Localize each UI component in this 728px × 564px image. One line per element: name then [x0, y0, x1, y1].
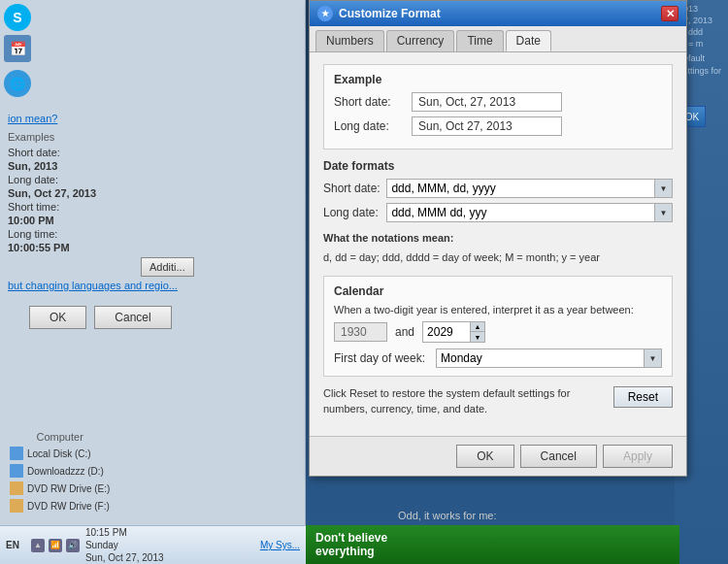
year-spinner-up[interactable]: ▲: [471, 322, 484, 332]
tray-icon-1: ▲: [31, 539, 45, 552]
computer-title: Computer: [8, 431, 112, 443]
tray-icon-3: 🔊: [66, 539, 80, 552]
first-day-label: First day of week:: [334, 351, 436, 365]
long-date-select[interactable]: ddd, MMM dd, yyy ▼: [386, 203, 673, 222]
format-long-date-label: Long date:: [323, 206, 386, 219]
format-short-date-row: Short date: ddd, MMM, dd, yyyy ▼: [323, 179, 673, 198]
and-text: and: [395, 325, 414, 339]
first-day-value: Monday: [437, 349, 644, 367]
close-button[interactable]: ✕: [661, 6, 678, 21]
dialog-title-left: ★ Customize Format: [317, 6, 441, 21]
drive-c-icon: [10, 447, 23, 460]
example-short-date-row: Short date: Sun, Oct, 27, 2013: [334, 92, 662, 112]
behind-short-date-val: Sun, 2013: [8, 160, 299, 172]
cancel-button[interactable]: Cancel: [520, 445, 597, 468]
tab-currency[interactable]: Currency: [386, 30, 455, 51]
customize-format-dialog: ★ Customize Format ✕ Numbers Currency Ti…: [309, 0, 687, 477]
behind-short-date-row: Short date:: [8, 147, 299, 158]
drive-item-d[interactable]: Downloadzzz (D:): [8, 463, 112, 479]
example-title: Example: [334, 73, 662, 86]
dialog-icon: ★: [317, 6, 333, 21]
long-date-select-value: ddd, MMM dd, yyy: [387, 204, 654, 221]
apply-button[interactable]: Apply: [603, 445, 673, 468]
tray-icon-2: 📶: [49, 539, 62, 552]
taskbar-locale: EN: [6, 540, 19, 550]
skype-icon[interactable]: S: [4, 4, 31, 31]
taskbar-time: 10:15 PM: [85, 526, 164, 539]
formats-title: Date formats: [323, 159, 673, 173]
reset-bar: Click Reset to restore the system defaul…: [323, 386, 673, 416]
dialog-footer: OK Cancel Apply: [310, 436, 686, 476]
notations-title: What the notations mean:: [323, 230, 673, 248]
behind-short-date-label: Short date:: [8, 147, 60, 158]
drive-e-icon: [10, 481, 23, 495]
bottom-green-bar: Don't believe everything: [306, 525, 679, 564]
dont-believe-text: Don't believe: [315, 531, 387, 545]
short-date-select[interactable]: ddd, MMM, dd, yyyy ▼: [386, 179, 673, 198]
additi-button[interactable]: Additi...: [141, 257, 194, 277]
behind-short-time-row: Short time:: [8, 201, 299, 213]
calendar-title: Calendar: [334, 284, 662, 298]
dialog-titlebar: ★ Customize Format ✕: [310, 1, 686, 26]
calendar-desc: When a two-digit year is entered, interp…: [334, 304, 662, 315]
tab-date[interactable]: Date: [506, 30, 551, 51]
behind-long-date-label: Long date:: [8, 174, 58, 185]
left-cancel-button[interactable]: Cancel: [94, 306, 171, 329]
ion-mean-link[interactable]: ion mean?: [8, 112, 57, 125]
left-panel: S 📅 🌐 ion mean? Examples Short date: Sun…: [0, 0, 306, 564]
everything-text: everything: [315, 545, 387, 558]
notations-section: What the notations mean: d, dd = day; dd…: [323, 230, 673, 266]
year-range-row: and ▲ ▼: [334, 321, 662, 343]
first-day-dropdown-arrow[interactable]: ▼: [644, 349, 661, 367]
reset-button[interactable]: Reset: [613, 386, 673, 408]
behind-short-time-val: 10:00 PM: [8, 215, 299, 226]
calendar-section: Calendar When a two-digit year is entere…: [323, 276, 673, 377]
computer-section: Computer Local Disk (C:) Downloadzzz (D:…: [8, 431, 112, 515]
year-spinner-down[interactable]: ▼: [471, 332, 484, 342]
dont-believe-area: Don't believe everything: [315, 531, 387, 558]
notations-text: d, dd = day; ddd, dddd = day of week; M …: [323, 249, 673, 267]
behind-long-time-val: 10:00:55 PM: [8, 242, 299, 253]
year-from-input[interactable]: [334, 322, 387, 342]
tab-numbers[interactable]: Numbers: [315, 30, 384, 51]
behind-examples-title: Examples: [8, 131, 299, 143]
drive-item-f[interactable]: DVD RW Drive (F:): [8, 498, 112, 514]
drive-f-icon: [10, 499, 23, 513]
taskbar-date: Sun, Oct 27, 2013: [85, 551, 164, 564]
dialog-title: Customize Format: [339, 7, 441, 20]
first-day-select[interactable]: Monday ▼: [436, 348, 662, 368]
drive-item-c[interactable]: Local Disk (C:): [8, 446, 112, 461]
year-to-spinner-group: ▲ ▼: [422, 321, 485, 343]
long-date-dropdown-arrow[interactable]: ▼: [654, 204, 672, 221]
behind-long-time-row: Long time:: [8, 228, 299, 240]
year-spinner: ▲ ▼: [471, 321, 485, 343]
my-sys-link[interactable]: My Sys...: [260, 540, 300, 550]
year-to-input[interactable]: [422, 321, 471, 343]
reset-info-text: Click Reset to restore the system defaul…: [323, 386, 606, 416]
dialog-body: Example Short date: Sun, Oct, 27, 2013 L…: [310, 52, 686, 436]
taskbar-icons: ▲ 📶 🔊: [31, 539, 80, 552]
taskbar-day: Sunday: [85, 539, 164, 551]
drive-item-e[interactable]: DVD RW Drive (E:): [8, 481, 112, 496]
example-short-date-label: Short date:: [334, 95, 412, 109]
tab-bar: Numbers Currency Time Date: [310, 26, 686, 52]
behind-long-date-val: Sun, Oct 27, 2013: [8, 187, 299, 199]
format-long-date-row: Long date: ddd, MMM dd, yyy ▼: [323, 203, 673, 222]
taskbar: EN ▲ 📶 🔊 10:15 PM Sunday Sun, Oct 27, 20…: [0, 525, 306, 564]
behind-long-date-row: Long date:: [8, 174, 299, 185]
behind-examples: Examples Short date: Sun, 2013 Long date…: [8, 131, 299, 255]
calendar-nav-icon[interactable]: 📅: [4, 35, 31, 62]
globe-icon[interactable]: 🌐: [4, 70, 31, 97]
tab-time[interactable]: Time: [456, 30, 503, 51]
short-date-dropdown-arrow[interactable]: ▼: [654, 180, 672, 197]
change-language-link[interactable]: but changing languages and regio...: [8, 280, 178, 291]
example-long-date-row: Long date: Sun, Oct 27, 2013: [334, 116, 662, 136]
left-panel-buttons: OK Cancel: [29, 306, 172, 329]
format-short-date-label: Short date:: [323, 182, 386, 195]
example-long-date-label: Long date:: [334, 119, 412, 133]
ok-button[interactable]: OK: [456, 445, 513, 468]
example-long-date-value: Sun, Oct 27, 2013: [412, 116, 562, 136]
left-ok-button[interactable]: OK: [29, 306, 86, 329]
first-day-row: First day of week: Monday ▼: [334, 348, 662, 368]
example-section: Example Short date: Sun, Oct, 27, 2013 L…: [323, 64, 673, 149]
